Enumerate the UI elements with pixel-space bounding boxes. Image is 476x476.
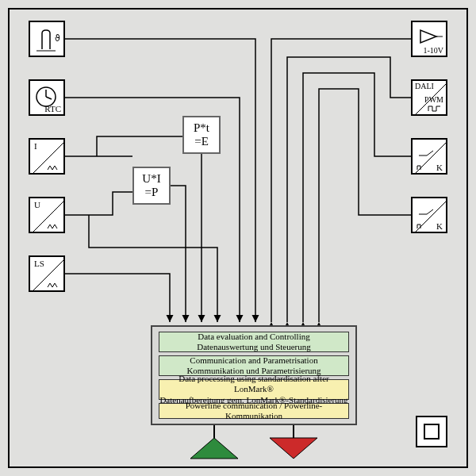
- svg-marker-10: [420, 30, 436, 43]
- output-analog: 1-10V: [411, 21, 447, 57]
- sensor-temp: ϑ: [29, 21, 65, 57]
- sensor-rtc: RTC: [29, 79, 65, 116]
- proc-power-l1: U*I: [142, 172, 160, 186]
- arrow-down-icon: [270, 438, 317, 459]
- output-dali-bottom: PWM: [424, 95, 443, 104]
- sensor-current: I: [29, 138, 65, 175]
- sensor-temp-label: ϑ: [55, 33, 60, 44]
- terminal-box: [416, 416, 447, 447]
- diagram-frame: ϑ RTC I U LS 1-10V DALI PWM K K U*I =P P…: [8, 8, 468, 468]
- output-relay1-label: K: [436, 163, 443, 172]
- svg-line-3: [46, 97, 52, 99]
- layer-comm: Communication and Parametrisation Kommun…: [159, 355, 349, 376]
- arrow-up-icon: [190, 438, 238, 459]
- proc-energy-l2: =E: [194, 135, 209, 148]
- layer-std: Data processing using standardisation af…: [159, 379, 349, 400]
- sensor-voltage: U: [29, 197, 65, 233]
- sensor-rtc-label: RTC: [44, 104, 61, 113]
- output-relay2: K: [411, 197, 447, 233]
- layer-plc: Powerline communication / Powerline-Komm…: [159, 403, 349, 419]
- proc-energy: P*t =E: [182, 116, 221, 154]
- output-relay2-label: K: [436, 221, 443, 231]
- svg-text:I: I: [34, 141, 37, 151]
- proc-energy-l1: P*t: [194, 121, 209, 135]
- svg-text:LS: LS: [34, 259, 44, 268]
- svg-text:U: U: [34, 200, 40, 209]
- output-relay1: K: [411, 138, 447, 175]
- proc-power-l2: =P: [145, 186, 159, 199]
- output-dali: DALI PWM: [411, 79, 447, 116]
- processing-unit: Data evaluation and Controlling Datenaus…: [151, 325, 357, 425]
- layer-eval: Data evaluation and Controlling Datenaus…: [159, 332, 349, 352]
- sensor-ls: LS: [29, 255, 65, 292]
- proc-power: U*I =P: [132, 167, 171, 205]
- output-analog-label: 1-10V: [423, 46, 443, 55]
